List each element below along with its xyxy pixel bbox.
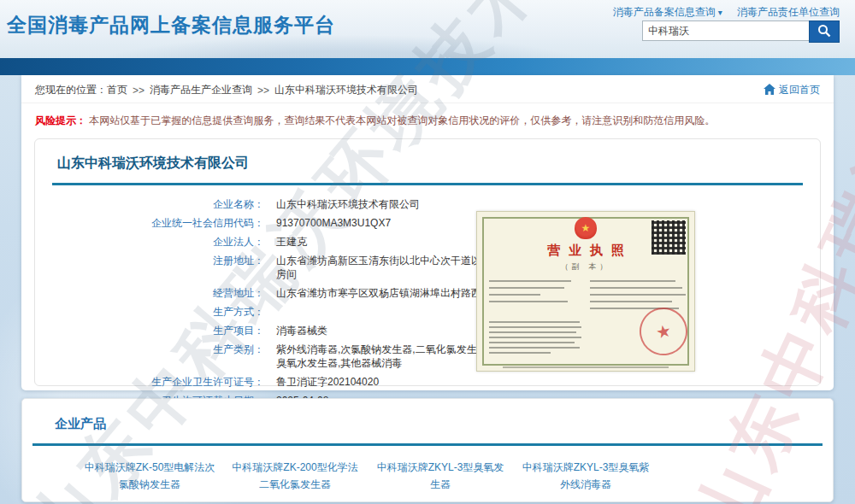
field-row-company-name: 企业名称： 山东中科瑞沃环境技术有限公司 xyxy=(35,195,820,214)
nav-record-info-query-label: 消毒产品备案信息查询 xyxy=(613,6,716,18)
company-info-panel: 您现在的位置： 首页 >> 消毒产品生产企业查询 >> 山东中科瑞沃环境技术有限… xyxy=(21,75,834,390)
field-row-production-mode: 生产方式： xyxy=(35,302,820,321)
back-home-label: 返回首页 xyxy=(779,83,820,97)
product-link[interactable]: 中科瑞沃牌ZK-200型化学法二氧化氯发生器 xyxy=(227,459,363,494)
license-footer-line xyxy=(503,366,669,368)
field-label: 企业统一社会信用代码： xyxy=(35,216,264,230)
national-emblem-icon: ★ xyxy=(575,217,597,239)
risk-notice-prefix: 风险提示： xyxy=(35,114,86,126)
products-title: 企业产品 xyxy=(55,416,833,432)
breadcrumb-separator: >> xyxy=(133,85,144,97)
field-label: 生产类别： xyxy=(35,343,264,370)
license-subtitle: （副 本） xyxy=(477,261,694,273)
breadcrumb-prefix: 您现在的位置： xyxy=(35,83,107,97)
breadcrumb-separator: >> xyxy=(257,85,269,97)
field-row-production-item: 生产项目： 消毒器械类 xyxy=(35,321,820,340)
product-list: 中科瑞沃牌ZK-50型电解法次氯酸钠发生器 中科瑞沃牌ZK-200型化学法二氧化… xyxy=(82,459,833,494)
nav-responsible-unit-query-label: 消毒产品责任单位查询 xyxy=(737,6,840,18)
site-title: 全国消毒产品网上备案信息服务平台 xyxy=(7,12,335,38)
field-row-registered-address: 注册地址： 山东省潍坊高新区玉清东街以北中心次干道以西高新大厦502房间 xyxy=(35,251,820,284)
field-label: 生产项目： xyxy=(35,324,264,337)
risk-notice-text: 本网站仅基于已掌握的信息提供查询服务，查询结果不代表本网站对被查询对象信用状况的… xyxy=(89,114,715,126)
field-label: 生产企业卫生许可证号： xyxy=(35,375,264,389)
nav-responsible-unit-query[interactable]: 消毒产品责任单位查询 xyxy=(737,6,840,18)
qr-code xyxy=(652,220,686,255)
product-link[interactable]: 中科瑞沃牌ZK-50型电解法次氯酸钠发生器 xyxy=(82,459,217,494)
field-value: 鲁卫消证字202104020 xyxy=(276,375,560,389)
field-row-legal-person: 企业法人： 王建克 xyxy=(35,232,820,251)
company-detail-box: 山东中科瑞沃环境技术有限公司 企业名称： 山东中科瑞沃环境技术有限公司 企业统一… xyxy=(34,138,821,386)
search-icon xyxy=(817,24,831,40)
field-row-credit-code: 企业统一社会信用代码： 91370700MA3M3U1QX7 xyxy=(35,214,820,232)
risk-notice: 风险提示： 本网站仅基于已掌握的信息提供查询服务，查询结果不代表本网站对被查询对… xyxy=(21,103,834,130)
field-label: 生产方式： xyxy=(35,305,264,319)
field-label: 注册地址： xyxy=(35,254,264,281)
breadcrumb-home-link[interactable]: 首页 xyxy=(107,83,127,97)
company-fields: 企业名称： 山东中科瑞沃环境技术有限公司 企业统一社会信用代码： 9137070… xyxy=(35,195,820,410)
field-row-business-address: 经营地址： 山东省潍坊市寒亭区双杨店镇湖淋埠出村路西100米 xyxy=(35,284,820,302)
field-label: 企业法人： xyxy=(35,235,264,249)
title-divider xyxy=(52,183,803,185)
license-scope-paragraph xyxy=(489,321,581,357)
license-text-lines xyxy=(489,280,575,308)
field-row-hygiene-license-no: 生产企业卫生许可证号： 鲁卫消证字202104020 xyxy=(35,372,820,391)
breadcrumb-current: 山东中科瑞沃环境技术有限公司 xyxy=(274,83,418,97)
company-title: 山东中科瑞沃环境技术有限公司 xyxy=(57,155,820,173)
field-row-production-category: 生产类别： 紫外线消毒器,次氯酸钠发生器,二氧化氯发生器,臭氧发生器、臭氧水发生… xyxy=(35,340,820,372)
field-label: 企业名称： xyxy=(35,197,264,211)
products-divider xyxy=(32,443,823,446)
home-icon xyxy=(764,84,779,97)
search-button[interactable] xyxy=(809,21,840,43)
field-label: 经营地址： xyxy=(35,286,264,300)
field-value: 山东中科瑞沃环境技术有限公司 xyxy=(276,197,560,211)
nav-record-info-query[interactable]: 消毒产品备案信息查询▾ xyxy=(613,6,722,18)
header-divider-bar xyxy=(0,58,855,75)
breadcrumb-category-link[interactable]: 消毒产品生产企业查询 xyxy=(150,83,252,97)
breadcrumb: 您现在的位置： 首页 >> 消毒产品生产企业查询 >> 山东中科瑞沃环境技术有限… xyxy=(21,75,834,103)
search-input[interactable] xyxy=(642,21,809,41)
back-home-link[interactable]: 返回首页 xyxy=(764,83,820,97)
site-header: 全国消毒产品网上备案信息服务平台 消毒产品备案信息查询▾ 消毒产品责任单位查询 xyxy=(0,0,855,58)
header-nav: 消毒产品备案信息查询▾ 消毒产品责任单位查询 xyxy=(601,5,840,20)
product-link[interactable]: 中科瑞沃牌ZKYL-3型臭氧紫外线消毒器 xyxy=(518,459,653,494)
products-panel: 企业产品 中科瑞沃牌ZK-50型电解法次氯酸钠发生器 中科瑞沃牌ZK-200型化… xyxy=(21,398,834,502)
product-link[interactable]: 中科瑞沃牌ZKYL-3型臭氧发生器 xyxy=(373,459,508,494)
chevron-down-icon: ▾ xyxy=(718,8,722,17)
business-license-image[interactable]: ★ 营业执照 （副 本） xyxy=(476,211,695,372)
search-bar xyxy=(642,21,840,43)
